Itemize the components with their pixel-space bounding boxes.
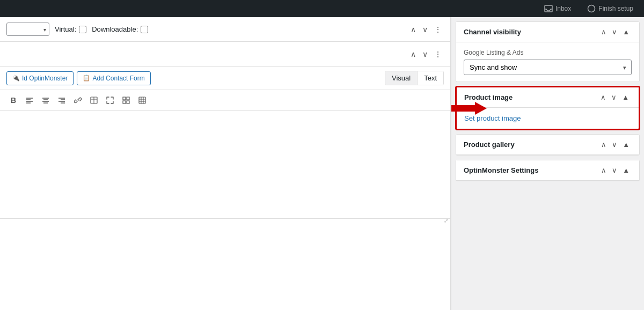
product-options-up-arrow[interactable]: ∧ (408, 24, 418, 35)
red-arrow-svg (451, 101, 487, 116)
formatting-toolbar: B (0, 90, 450, 111)
expand-icon (106, 97, 114, 104)
optinmonster-settings-panel: OptinMonster Settings ∧ ∨ ▲ (456, 160, 640, 181)
optinmonster-btn-label: Id OptinMonster (22, 75, 68, 82)
left-content: ▾ Virtual: Downloadable: ∧ ∨ ⋮ ∧ ∨ (0, 17, 451, 310)
sync-dropdown-wrapper: Sync and show Don't sync Hide ▾ (464, 60, 632, 75)
add-contact-form-button[interactable]: 📋 Add Contact Form (77, 71, 150, 85)
inbox-nav-item[interactable]: Inbox (544, 4, 571, 13)
product-gallery-collapse[interactable]: ▲ (620, 140, 632, 149)
text-tab[interactable]: Text (418, 71, 443, 85)
google-listing-label: Google Listing & Ads (464, 49, 632, 56)
virtual-label: Virtual: (55, 25, 76, 33)
optinmonster-settings-collapse[interactable]: ▲ (620, 166, 632, 175)
product-image-panel-wrapper: Product image ∧ ∨ ▲ Set product image (451, 86, 644, 130)
svg-point-1 (588, 5, 595, 12)
product-options-bar: ▾ Virtual: Downloadable: ∧ ∨ ⋮ (0, 17, 450, 42)
product-type-select-wrapper: ▾ (6, 23, 49, 36)
finish-setup-icon (587, 4, 596, 13)
visual-text-tabs: Visual Text (385, 71, 444, 85)
svg-rect-18 (127, 97, 129, 100)
channel-visibility-title: Channel visibility (464, 28, 599, 36)
svg-rect-17 (123, 97, 126, 100)
product-image-down[interactable]: ∨ (609, 93, 619, 102)
svg-rect-21 (139, 97, 145, 104)
channel-visibility-header: Channel visibility ∧ ∨ ▲ (456, 22, 639, 42)
main-layout: ▾ Virtual: Downloadable: ∧ ∨ ⋮ ∧ ∨ (0, 17, 644, 310)
editor-buttons-bar: 🔌 Id OptinMonster 📋 Add Contact Form Vis… (0, 67, 450, 90)
grid-button[interactable] (119, 93, 133, 107)
channel-visibility-nav: ∧ ∨ ▲ (599, 27, 632, 36)
red-arrow-wrapper (451, 101, 487, 116)
editor-toolbar-row: ∧ ∨ ⋮ (0, 42, 450, 67)
optinmonster-settings-header: OptinMonster Settings ∧ ∨ ▲ (456, 160, 639, 181)
top-bar: Inbox Finish setup (0, 0, 644, 17)
svg-rect-20 (127, 101, 129, 104)
channel-visibility-body: Google Listing & Ads Sync and show Don't… (456, 42, 639, 82)
text-tab-label: Text (424, 74, 437, 82)
visual-tab[interactable]: Visual (385, 71, 418, 85)
product-gallery-nav: ∧ ∨ ▲ (599, 140, 632, 149)
product-gallery-title: Product gallery (464, 141, 599, 149)
editor-up-arrow[interactable]: ∧ (408, 49, 418, 60)
optinmonster-settings-nav: ∧ ∨ ▲ (599, 166, 632, 175)
align-right-icon (58, 97, 65, 104)
downloadable-label: Downloadable: (92, 25, 138, 33)
svg-rect-19 (123, 101, 126, 104)
inbox-icon (544, 4, 553, 13)
optinmonster-settings-title: OptinMonster Settings (464, 166, 599, 174)
editor-resize-handle[interactable]: ⤢ (0, 218, 450, 223)
align-center-button[interactable] (39, 93, 53, 107)
align-center-icon (42, 97, 49, 104)
link-icon (74, 97, 82, 104)
align-left-icon (26, 97, 33, 104)
product-image-nav: ∧ ∨ ▲ (598, 93, 631, 102)
editor-down-arrow[interactable]: ∨ (420, 49, 430, 60)
channel-visibility-up[interactable]: ∧ (599, 27, 609, 36)
svg-marker-26 (451, 102, 487, 115)
link-button[interactable] (71, 93, 85, 107)
expand-button[interactable] (103, 93, 117, 107)
product-image-collapse[interactable]: ▲ (620, 93, 631, 102)
channel-visibility-collapse[interactable]: ▲ (620, 27, 632, 36)
more-options-icon (138, 97, 146, 104)
product-gallery-up[interactable]: ∧ (599, 140, 609, 149)
editor-menu[interactable]: ⋮ (432, 49, 444, 60)
product-gallery-down[interactable]: ∨ (610, 140, 619, 149)
virtual-checkbox-label: Virtual: (55, 25, 86, 33)
optinmonster-settings-down[interactable]: ∨ (610, 166, 619, 175)
product-options-nav-arrows: ∧ ∨ ⋮ (408, 24, 444, 35)
right-sidebar: Channel visibility ∧ ∨ ▲ Google Listing … (451, 17, 644, 310)
table-button[interactable] (87, 93, 101, 107)
editor-nav-arrows: ∧ ∨ ⋮ (408, 49, 444, 60)
contact-form-btn-label: Add Contact Form (92, 75, 144, 82)
finish-setup-nav-item[interactable]: Finish setup (587, 4, 633, 13)
visual-tab-label: Visual (392, 74, 411, 82)
channel-visibility-down[interactable]: ∨ (610, 27, 619, 36)
bold-button[interactable]: B (6, 93, 20, 107)
virtual-checkbox[interactable] (79, 26, 86, 33)
downloadable-checkbox-label: Downloadable: (92, 25, 148, 33)
resize-icon: ⤢ (444, 218, 448, 224)
channel-visibility-panel: Channel visibility ∧ ∨ ▲ Google Listing … (456, 21, 640, 82)
product-gallery-panel: Product gallery ∧ ∨ ▲ (456, 134, 640, 156)
table-icon (90, 97, 98, 104)
finish-setup-label: Finish setup (598, 5, 633, 12)
contact-form-icon: 📋 (83, 75, 90, 82)
product-type-select[interactable] (6, 23, 49, 36)
product-options-down-arrow[interactable]: ∨ (420, 24, 430, 35)
product-gallery-header: Product gallery ∧ ∨ ▲ (456, 135, 639, 155)
downloadable-checkbox[interactable] (141, 26, 148, 33)
optinmonster-icon: 🔌 (12, 75, 20, 82)
optinmonster-button[interactable]: 🔌 Id OptinMonster (6, 71, 74, 85)
optinmonster-settings-up[interactable]: ∧ (599, 166, 609, 175)
sync-dropdown[interactable]: Sync and show Don't sync Hide (464, 60, 632, 75)
product-options-menu[interactable]: ⋮ (432, 24, 444, 35)
inbox-label: Inbox (555, 5, 571, 12)
align-right-button[interactable] (55, 93, 69, 107)
more-options-button[interactable] (135, 93, 149, 107)
product-image-up[interactable]: ∧ (598, 93, 608, 102)
grid-icon (122, 97, 130, 104)
align-left-button[interactable] (23, 93, 36, 107)
editor-area[interactable] (0, 111, 450, 218)
